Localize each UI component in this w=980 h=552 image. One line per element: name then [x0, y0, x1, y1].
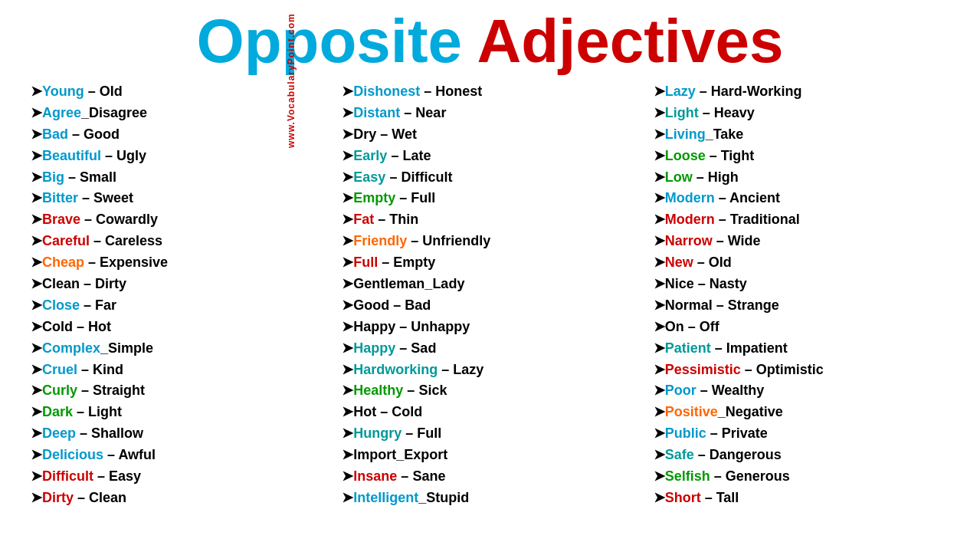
list-item: ➤Nice – Nasty: [654, 274, 949, 295]
adjective-word: Complex: [42, 340, 100, 356]
list-item: ➤Hot – Cold: [342, 402, 637, 423]
list-item: ➤Young – Old: [31, 81, 326, 103]
opposite-word: Far: [95, 297, 116, 313]
arrow-icon: ➤: [342, 404, 353, 419]
separator: _: [718, 404, 726, 419]
separator: _: [706, 127, 713, 142]
arrow-icon: ➤: [342, 297, 353, 313]
opposite-word: Light: [88, 404, 122, 419]
opposite-word: Full: [411, 190, 435, 205]
separator: –: [80, 276, 95, 291]
opposite-word: Straight: [93, 383, 145, 398]
arrow-icon: ➤: [31, 148, 42, 163]
arrow-icon: ➤: [342, 212, 353, 227]
list-item: ➤Narrow – Wide: [654, 231, 949, 252]
separator: –: [699, 105, 714, 120]
opposite-word: Generous: [726, 468, 790, 484]
arrow-icon: ➤: [342, 148, 353, 163]
list-item: ➤Patient – Impatient: [654, 338, 949, 360]
opposite-word: Private: [722, 426, 768, 441]
adjective-word: Dirty: [42, 490, 74, 505]
separator: –: [438, 362, 453, 377]
separator: –: [77, 362, 93, 377]
arrow-icon: ➤: [31, 404, 42, 419]
arrow-icon: ➤: [342, 426, 353, 441]
arrow-icon: ➤: [654, 340, 665, 356]
adjective-word: Cruel: [42, 362, 77, 377]
separator: _: [424, 276, 432, 291]
list-item: ➤Hardworking – Lazy: [342, 360, 637, 381]
separator: –: [389, 297, 405, 313]
separator: –: [395, 319, 411, 334]
arrow-icon: ➤: [654, 105, 665, 120]
adjective-word: Lazy: [665, 84, 696, 99]
arrow-icon: ➤: [342, 169, 353, 185]
adjective-word: Cheap: [42, 255, 84, 270]
arrow-icon: ➤: [342, 340, 353, 356]
adjective-word: Young: [42, 84, 84, 99]
adjective-word: Bitter: [42, 190, 78, 205]
arrow-icon: ➤: [342, 362, 353, 377]
opposite-word: Traditional: [730, 212, 800, 227]
adjective-word: Modern: [665, 190, 715, 205]
adjective-word: Gentleman: [353, 276, 424, 291]
arrow-icon: ➤: [31, 127, 42, 142]
opposite-word: Shallow: [91, 426, 143, 441]
arrow-icon: ➤: [654, 212, 665, 227]
list-item: ➤Pessimistic – Optimistic: [654, 360, 949, 381]
arrow-icon: ➤: [342, 319, 353, 334]
adjective-word: Normal: [665, 297, 713, 313]
separator: –: [397, 468, 412, 484]
arrow-icon: ➤: [31, 105, 42, 120]
adjective-word: Hungry: [353, 426, 402, 441]
adjective-word: Curly: [42, 383, 77, 398]
opposite-word: Export: [404, 447, 447, 462]
opposite-word: Late: [402, 148, 431, 163]
separator: –: [395, 190, 411, 205]
adjective-word: Intelligent: [353, 490, 418, 505]
separator: –: [378, 255, 393, 270]
list-item: ➤Good – Bad: [342, 295, 637, 317]
separator: –: [710, 468, 726, 484]
arrow-icon: ➤: [654, 426, 665, 441]
list-item: ➤Insane – Sane: [342, 466, 637, 488]
separator: –: [73, 319, 88, 334]
separator: –: [696, 383, 712, 398]
column-3: ➤Lazy – Hard-Working➤Light – Heavy➤Livin…: [646, 81, 957, 509]
opposite-word: Unfriendly: [422, 233, 490, 248]
separator: –: [103, 447, 118, 462]
separator: –: [80, 212, 96, 227]
arrow-icon: ➤: [654, 297, 665, 313]
separator: –: [711, 340, 726, 356]
separator: –: [74, 490, 89, 505]
opposite-word: Cold: [392, 404, 422, 419]
adjective-word: Healthy: [353, 383, 403, 398]
separator: –: [376, 127, 392, 142]
opposite-word: Tight: [721, 148, 755, 163]
adjective-word: Empty: [353, 190, 395, 205]
adjective-word: Full: [353, 255, 378, 270]
separator: –: [76, 426, 91, 441]
arrow-icon: ➤: [654, 169, 665, 185]
adjective-word: Friendly: [353, 233, 407, 248]
opposite-word: Impatient: [726, 340, 788, 356]
adjective-word: Cold: [42, 319, 73, 334]
adjective-word: On: [665, 319, 684, 334]
list-item: ➤Selfish – Generous: [654, 466, 949, 488]
page-title: Opposite Adjectives: [0, 0, 980, 81]
separator: –: [93, 468, 109, 484]
arrow-icon: ➤: [31, 297, 42, 313]
list-item: ➤Positive_Negative: [654, 402, 949, 423]
list-item: ➤Safe – Dangerous: [654, 445, 949, 466]
list-item: ➤Big – Small: [31, 167, 326, 189]
opposite-word: Off: [700, 319, 719, 334]
separator: _: [100, 340, 108, 356]
separator: –: [84, 255, 100, 270]
adjective-word: Public: [665, 426, 706, 441]
list-item: ➤Loose – Tight: [654, 146, 949, 167]
arrow-icon: ➤: [31, 447, 42, 462]
adjective-word: Import: [353, 447, 396, 462]
separator: –: [715, 212, 730, 227]
opposite-word: Careless: [105, 233, 162, 248]
opposite-word: Ugly: [116, 148, 146, 163]
